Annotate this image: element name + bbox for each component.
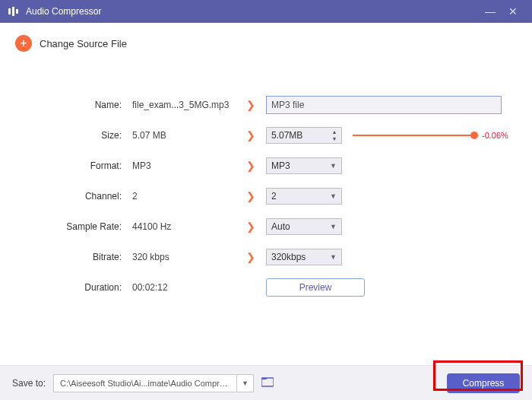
arrow-icon: ❯ [236, 251, 266, 263]
svg-rect-2 [16, 9, 18, 14]
chevron-down-icon: ▼ [330, 253, 337, 261]
slider-thumb[interactable] [470, 132, 478, 139]
row-size: Size: 5.07 MB ❯ 5.07MB ▲ ▼ -0.06% [23, 120, 509, 151]
chevron-down-icon: ▼ [330, 223, 337, 230]
chevron-down-icon: ▼ [330, 192, 337, 200]
arrow-icon: ❯ [236, 190, 266, 202]
size-slider[interactable] [353, 135, 474, 136]
add-icon[interactable]: + [15, 35, 32, 52]
value-size: 5.07 MB [122, 130, 236, 141]
value-name: file_exam...3_5MG.mp3 [122, 100, 236, 110]
label-format: Format: [23, 160, 122, 171]
value-sample-rate: 44100 Hz [122, 221, 236, 232]
row-name: Name: file_exam...3_5MG.mp3 ❯ [23, 90, 509, 120]
svg-rect-0 [8, 8, 11, 14]
row-sample-rate: Sample Rate: 44100 Hz ❯ Auto ▼ [23, 211, 509, 242]
spinner-up-icon[interactable]: ▲ [329, 129, 340, 135]
arrow-icon: ❯ [236, 129, 266, 141]
spinner-down-icon[interactable]: ▼ [329, 135, 340, 142]
bottom-bar: Save to: C:\Aiseesoft Studio\Ai...imate\… [0, 365, 532, 400]
preview-button[interactable]: Preview [266, 278, 365, 297]
channel-select-value: 2 [271, 191, 277, 202]
size-spinner-value: 5.07MB [271, 130, 302, 141]
folder-icon[interactable] [261, 376, 274, 389]
svg-rect-1 [12, 7, 14, 16]
chevron-down-icon: ▼ [330, 162, 337, 170]
label-bitrate: Bitrate: [23, 252, 122, 262]
save-to-label: Save to: [12, 378, 46, 389]
arrow-icon: ❯ [236, 221, 266, 233]
bitrate-select-value: 320kbps [271, 252, 306, 262]
app-icon [8, 5, 20, 17]
value-bitrate: 320 kbps [122, 252, 236, 262]
label-duration: Duration: [23, 282, 122, 293]
row-format: Format: MP3 ❯ MP3 ▼ [23, 151, 509, 181]
change-source-label[interactable]: Change Source File [40, 38, 127, 49]
close-button[interactable]: ✕ [502, 5, 524, 17]
window-title: Audio Compressor [26, 6, 101, 17]
label-sample-rate: Sample Rate: [23, 221, 122, 232]
row-channel: Channel: 2 ❯ 2 ▼ [23, 181, 509, 211]
label-name: Name: [23, 100, 122, 110]
value-duration: 00:02:12 [122, 282, 236, 293]
row-bitrate: Bitrate: 320 kbps ❯ 320kbps ▼ [23, 242, 509, 272]
format-select[interactable]: MP3 ▼ [266, 157, 342, 174]
arrow-icon: ❯ [236, 160, 266, 172]
bitrate-select[interactable]: 320kbps ▼ [266, 249, 342, 265]
row-duration: Duration: 00:02:12 Preview [23, 272, 509, 303]
label-size: Size: [23, 130, 122, 141]
name-input[interactable] [266, 96, 502, 114]
change-source-row: + Change Source File [0, 23, 532, 52]
form: Name: file_exam...3_5MG.mp3 ❯ Size: 5.07… [0, 52, 532, 303]
compress-button[interactable]: Compress [447, 373, 520, 393]
arrow-icon: ❯ [236, 99, 266, 111]
value-channel: 2 [122, 191, 236, 202]
format-select-value: MP3 [271, 160, 290, 171]
title-bar: Audio Compressor — ✕ [0, 0, 532, 23]
label-channel: Channel: [23, 191, 122, 202]
save-path[interactable]: C:\Aiseesoft Studio\Ai...imate\Audio Com… [54, 379, 236, 388]
size-spinner[interactable]: 5.07MB ▲ ▼ [266, 127, 342, 144]
size-delta: -0.06% [482, 131, 508, 140]
sample-rate-select-value: Auto [271, 221, 290, 232]
path-dropdown-button[interactable]: ▼ [236, 375, 253, 392]
sample-rate-select[interactable]: Auto ▼ [266, 218, 342, 235]
channel-select[interactable]: 2 ▼ [266, 188, 342, 205]
value-format: MP3 [122, 160, 236, 171]
save-path-box: C:\Aiseesoft Studio\Ai...imate\Audio Com… [53, 374, 254, 392]
minimize-button[interactable]: — [479, 5, 502, 17]
